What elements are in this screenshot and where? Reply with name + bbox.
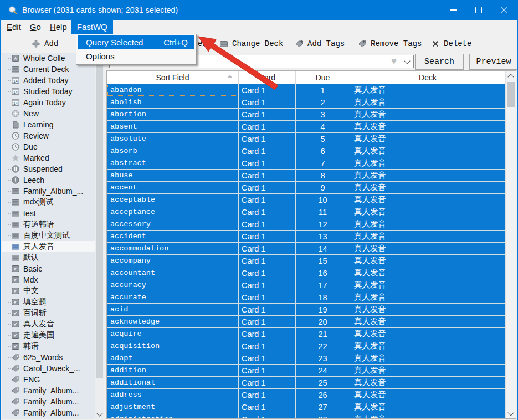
sidebar-item-eng[interactable]: ENG — [2, 374, 104, 385]
menu-item-fastwq[interactable]: FastWQ — [71, 20, 113, 34]
sidebar-item-added-today[interactable]: 14Added Today — [2, 75, 104, 86]
table-row[interactable]: administrationCard 128真人发音 — [107, 413, 506, 419]
sidebar-item-again-today[interactable]: 14Again Today — [2, 97, 104, 108]
deck-icon — [11, 242, 20, 251]
table-scroll-up-button[interactable] — [506, 71, 516, 81]
table-row[interactable]: abolishCard 12真人发音 — [107, 96, 506, 109]
table-row[interactable]: acquireCard 121真人发音 — [107, 328, 506, 340]
table-row[interactable]: accessoryCard 112真人发音 — [107, 218, 506, 231]
sidebar-item-走遍美国[interactable]: 走遍美国 — [2, 330, 104, 341]
calendar-icon: 14 — [11, 98, 20, 107]
table-scrollbar-thumb[interactable] — [507, 82, 515, 107]
table-row[interactable]: acknowledgeCard 120真人发音 — [107, 316, 506, 328]
sidebar-item-carol-dweck-[interactable]: Carol_Dweck_... — [2, 363, 104, 374]
toolbar-button-add[interactable]: Add — [32, 34, 58, 53]
table-row[interactable]: abortionCard 13真人发音 — [107, 109, 506, 121]
table-row[interactable]: abandonCard 11真人发音 — [107, 84, 506, 96]
sidebar-scrollbar[interactable] — [95, 53, 104, 419]
sidebar-item-marked[interactable]: Marked — [2, 152, 104, 163]
sidebar-item-test[interactable]: test — [2, 208, 104, 219]
table-row[interactable]: acquisitionCard 122真人发音 — [107, 340, 506, 352]
sidebar-item-due[interactable]: Due — [2, 141, 104, 152]
table-row[interactable]: absentCard 14真人发音 — [107, 121, 506, 133]
table-row[interactable]: additionalCard 125真人发音 — [107, 377, 506, 389]
table-row[interactable]: accurateCard 118真人发音 — [107, 291, 506, 304]
menu-item-edit[interactable]: Edit — [2, 20, 25, 34]
close-button[interactable] — [491, 0, 517, 20]
table-row[interactable]: accommodationCard 114真人发音 — [107, 243, 506, 255]
deck-icon — [11, 220, 20, 229]
sidebar-item-suspended[interactable]: Suspended — [2, 163, 104, 175]
sidebar-item-family-album-[interactable]: Family_Album_... — [2, 186, 104, 197]
table-row[interactable]: accidentCard 113真人发音 — [107, 231, 506, 243]
toolbar-button-delete[interactable]: Delete — [431, 34, 471, 53]
sidebar-item-basic[interactable]: Basic — [2, 263, 104, 274]
sidebar-item-百度中文测试[interactable]: 百度中文测试 — [2, 230, 104, 241]
sidebar-item-真人发音[interactable]: 真人发音 — [2, 241, 104, 252]
sidebar-item-韩语[interactable]: 韩语 — [2, 341, 104, 352]
column-header-due[interactable]: Due — [296, 71, 350, 84]
menu-item-go[interactable]: Go — [25, 20, 45, 34]
note-icon — [11, 320, 20, 329]
sidebar-scroll-down-button[interactable] — [95, 409, 104, 419]
sidebar-item-625-words[interactable]: 625_Words — [2, 352, 104, 363]
sidebar-item-studied-today[interactable]: 14Studied Today — [2, 86, 104, 97]
menu-option-query-selected[interactable]: Query SelectedCtrl+Q — [78, 35, 194, 49]
card-cell: Card 1 — [239, 389, 296, 401]
sidebar-item-current-deck[interactable]: Current Deck — [2, 64, 104, 75]
toolbar-button-add-tags[interactable]: Add Tags — [295, 34, 345, 53]
toolbar-button-partial[interactable]: end — [198, 34, 212, 53]
table-scroll-down-button[interactable] — [506, 408, 516, 418]
table-scrollbar[interactable] — [505, 71, 516, 418]
sidebar-item-mdx[interactable]: Mdx — [2, 274, 104, 285]
table-row[interactable]: acceptableCard 110真人发音 — [107, 194, 506, 206]
sidebar-item-填空题[interactable]: 填空题 — [2, 296, 104, 308]
table-row[interactable]: abstractCard 17真人发音 — [107, 157, 506, 170]
column-header-card[interactable]: Card — [239, 71, 296, 84]
sidebar-item-new[interactable]: New — [2, 108, 104, 119]
sidebar-item-默认[interactable]: 默认 — [2, 252, 104, 263]
toolbar-button-remove-tags[interactable]: Remove Tags — [358, 34, 422, 53]
sidebar-item-family-album-[interactable]: Family_Album... — [2, 385, 104, 396]
due-cell: 1 — [296, 84, 350, 96]
table-row[interactable]: acidCard 119真人发音 — [107, 304, 506, 316]
toolbar-button-change-deck[interactable]: Change Deck — [219, 34, 283, 53]
search-button[interactable]: Search — [415, 54, 464, 70]
table-row[interactable]: accountantCard 116真人发音 — [107, 267, 506, 279]
menu-item-help[interactable]: Help — [45, 20, 71, 34]
sidebar-item-有道韩语[interactable]: 有道韩语 — [2, 219, 104, 230]
table-row[interactable]: absorbCard 16真人发音 — [107, 145, 506, 157]
sidebar-item-mdx测试[interactable]: mdx测试 — [2, 197, 104, 208]
sidebar-item-真人发音[interactable]: 真人发音 — [2, 319, 104, 330]
table-row[interactable]: adaptCard 123真人发音 — [107, 352, 506, 365]
deck-cell: 真人发音 — [350, 365, 506, 377]
menu-bar: EditGoHelpFastWQ — [1, 20, 518, 34]
column-header-deck[interactable]: Deck — [350, 71, 506, 84]
sidebar-item-百词斩[interactable]: 百词斩 — [2, 308, 104, 319]
sidebar-item-family-album-[interactable]: Family_Album... — [2, 407, 104, 418]
sidebar-item-leech[interactable]: Leech — [2, 175, 104, 186]
maximize-button[interactable] — [466, 0, 491, 20]
sidebar-item-learning[interactable]: Learning — [2, 119, 104, 130]
table-row[interactable]: adjustmentCard 127真人发音 — [107, 401, 506, 413]
minimize-button[interactable] — [440, 0, 466, 20]
search-dropdown-button[interactable] — [401, 55, 413, 68]
deck-cell: 真人发音 — [350, 389, 506, 401]
sidebar-scrollbar-thumb[interactable] — [96, 54, 103, 378]
table-row[interactable]: absoluteCard 15真人发音 — [107, 133, 506, 145]
table-row[interactable]: accompanyCard 115真人发音 — [107, 255, 506, 267]
sidebar-item-label: Mdx — [23, 275, 38, 284]
menu-option-options[interactable]: Options — [78, 49, 194, 63]
table-row[interactable]: accuracyCard 117真人发音 — [107, 279, 506, 291]
table-row[interactable]: addressCard 126真人发音 — [107, 389, 506, 401]
table-row[interactable]: acceptanceCard 111真人发音 — [107, 206, 506, 218]
preview-button[interactable]: Preview — [469, 54, 518, 70]
table-row[interactable]: accentCard 19真人发音 — [107, 182, 506, 194]
table-row[interactable]: additionCard 124真人发音 — [107, 365, 506, 377]
sort-field-cell: acid — [107, 304, 239, 316]
sidebar-item-中文[interactable]: 中文 — [2, 285, 104, 296]
sidebar-item-review[interactable]: Review — [2, 130, 104, 141]
sidebar-item-family-album-[interactable]: Family_Album... — [2, 396, 104, 407]
table-row[interactable]: abuseCard 18真人发音 — [107, 170, 506, 182]
column-header-sort-field[interactable]: Sort Field — [107, 71, 239, 84]
